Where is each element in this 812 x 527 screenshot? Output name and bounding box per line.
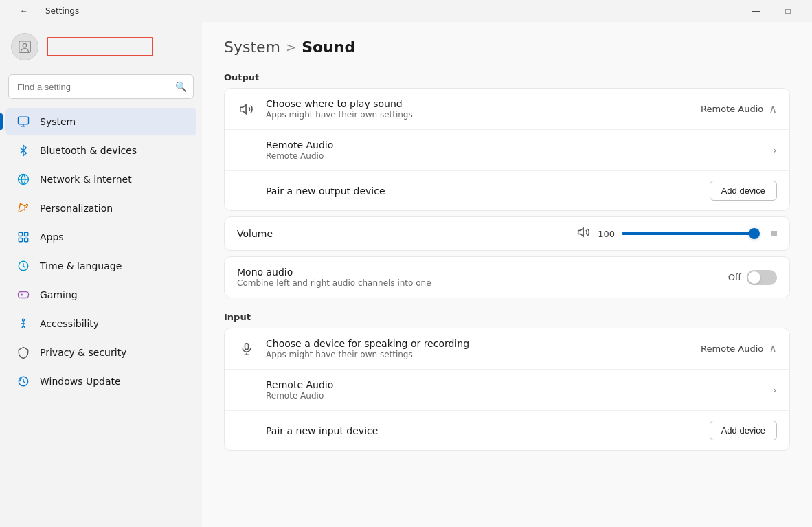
sidebar-label-bluetooth: Bluetooth & devices	[40, 145, 137, 156]
monitor-icon	[16, 115, 30, 128]
network-icon	[16, 172, 30, 186]
pair-input-row: Pair a new input device Add device	[225, 411, 789, 450]
svg-rect-4	[19, 232, 22, 236]
svg-rect-6	[19, 238, 22, 242]
minimize-button[interactable]: —	[741, 0, 772, 22]
volume-icon	[577, 225, 591, 242]
mono-audio-sub: Combine left and right audio channels in…	[237, 278, 728, 288]
sidebar-item-accessibility[interactable]: Accessibility	[5, 310, 196, 337]
sidebar-item-apps[interactable]: Apps	[5, 223, 196, 251]
input-device-card: Choose a device for speaking or recordin…	[224, 328, 790, 451]
input-chevron-up-icon: ∧	[769, 342, 777, 355]
sidebar-item-privacy[interactable]: Privacy & security	[5, 339, 196, 366]
update-icon	[16, 374, 30, 388]
bluetooth-icon	[16, 144, 30, 157]
sidebar-label-personalization: Personalization	[40, 203, 113, 214]
volume-value: 100	[598, 229, 615, 239]
title-bar: ← Settings — □	[0, 0, 812, 22]
pair-input-title: Pair a new input device	[266, 425, 710, 436]
sidebar-label-system: System	[40, 116, 76, 127]
volume-corner-indicator	[771, 231, 777, 236]
sidebar-label-privacy: Privacy & security	[40, 347, 126, 358]
chevron-right-icon: ›	[773, 144, 777, 157]
remote-audio-input-row[interactable]: Remote Audio Remote Audio ›	[225, 370, 789, 411]
mono-audio-toggle[interactable]	[747, 270, 777, 285]
sidebar-label-accessibility: Accessibility	[40, 318, 99, 329]
sidebar-label-gaming: Gaming	[40, 289, 78, 300]
breadcrumb-system[interactable]: System	[224, 38, 280, 56]
output-device-card: Choose where to play sound Apps might ha…	[224, 88, 790, 211]
svg-rect-9	[19, 292, 29, 298]
avatar	[11, 33, 38, 60]
sidebar-label-network: Network & internet	[40, 174, 132, 185]
mic-icon	[237, 339, 256, 359]
username-highlight-box	[47, 37, 153, 56]
sidebar-item-gaming[interactable]: Gaming	[5, 281, 196, 309]
brush-icon	[16, 201, 30, 215]
choose-output-sub: Apps might have their own settings	[266, 110, 701, 120]
mono-audio-title: Mono audio	[237, 267, 728, 278]
remote-audio-output-sub: Remote Audio	[266, 151, 773, 161]
content-area: System > Sound Output Choose where to pl…	[202, 22, 812, 527]
accessibility-icon	[16, 317, 30, 330]
back-button[interactable]: ←	[8, 0, 40, 22]
sidebar-label-time: Time & language	[40, 260, 122, 271]
output-section-label: Output	[224, 72, 790, 82]
breadcrumb: System > Sound	[224, 38, 790, 56]
privacy-icon	[16, 346, 30, 359]
gaming-icon	[16, 288, 30, 302]
svg-point-10	[23, 319, 25, 321]
volume-label: Volume	[237, 228, 273, 239]
add-input-device-button[interactable]: Add device	[710, 421, 777, 440]
input-device-value: Remote Audio	[701, 344, 763, 354]
breadcrumb-current: Sound	[302, 38, 355, 56]
mono-audio-card: Mono audio Combine left and right audio …	[224, 256, 790, 298]
volume-slider[interactable]	[622, 227, 759, 240]
add-output-device-button[interactable]: Add device	[710, 181, 777, 201]
volume-row: Volume 100	[224, 216, 790, 251]
svg-marker-13	[578, 228, 584, 236]
remote-audio-output-title: Remote Audio	[266, 139, 773, 150]
sidebar-label-update: Windows Update	[40, 376, 121, 387]
remote-audio-input-sub: Remote Audio	[266, 391, 773, 401]
apps-icon	[16, 230, 30, 244]
maximize-button[interactable]: □	[772, 0, 804, 22]
sidebar-item-update[interactable]: Windows Update	[5, 368, 196, 395]
choose-input-sub: Apps might have their own settings	[266, 350, 701, 359]
time-icon	[16, 259, 30, 273]
chevron-up-icon: ∧	[769, 102, 777, 115]
svg-rect-7	[25, 238, 28, 242]
svg-rect-5	[25, 232, 28, 236]
sidebar: 🔍 System Bluetooth & devices	[0, 22, 202, 527]
svg-point-1	[23, 43, 27, 47]
speaker-icon	[237, 100, 256, 119]
search-input[interactable]	[8, 74, 194, 99]
mono-audio-toggle-wrap[interactable]: Off	[728, 270, 777, 285]
svg-rect-2	[19, 117, 29, 124]
sidebar-item-system[interactable]: System	[5, 108, 196, 135]
choose-input-row[interactable]: Choose a device for speaking or recordin…	[225, 328, 789, 370]
app-body: 🔍 System Bluetooth & devices	[0, 22, 812, 527]
remote-audio-output-row[interactable]: Remote Audio Remote Audio ›	[225, 130, 789, 171]
breadcrumb-separator: >	[286, 40, 296, 54]
svg-marker-12	[240, 104, 246, 113]
user-section	[0, 22, 202, 71]
sidebar-item-personalization[interactable]: Personalization	[5, 194, 196, 222]
pair-output-title: Pair a new output device	[266, 186, 710, 197]
input-section-label: Input	[224, 312, 790, 322]
search-box[interactable]: 🔍	[8, 74, 194, 99]
remote-audio-input-title: Remote Audio	[266, 379, 773, 390]
sidebar-label-apps: Apps	[40, 232, 64, 243]
search-icon: 🔍	[175, 81, 187, 92]
input-remote-chevron-icon: ›	[773, 383, 777, 396]
output-device-value: Remote Audio	[701, 104, 763, 114]
mono-audio-row: Mono audio Combine left and right audio …	[225, 257, 789, 298]
choose-output-title: Choose where to play sound	[266, 98, 701, 109]
app-title: Settings	[45, 6, 79, 16]
sidebar-item-bluetooth[interactable]: Bluetooth & devices	[5, 137, 196, 164]
choose-output-row[interactable]: Choose where to play sound Apps might ha…	[225, 89, 789, 130]
sidebar-item-network[interactable]: Network & internet	[5, 166, 196, 193]
choose-input-title: Choose a device for speaking or recordin…	[266, 338, 701, 349]
sidebar-item-time[interactable]: Time & language	[5, 252, 196, 280]
pair-output-row: Pair a new output device Add device	[225, 171, 789, 210]
